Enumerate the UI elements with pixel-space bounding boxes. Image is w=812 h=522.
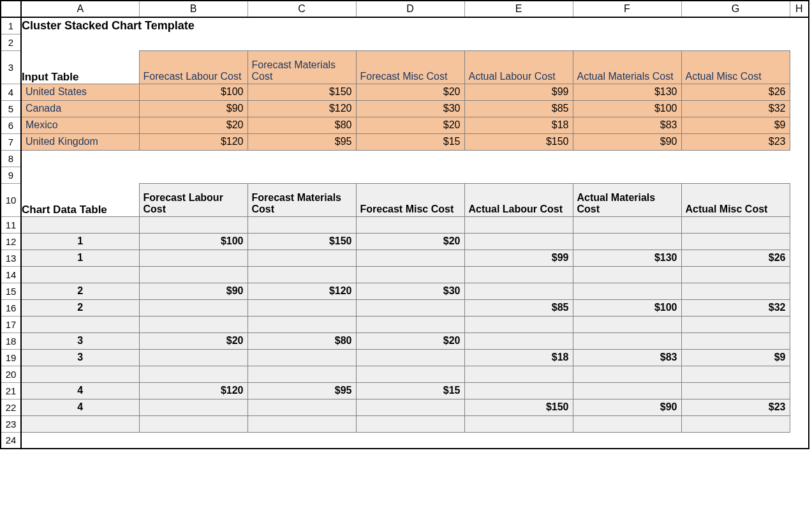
chart-value[interactable] [356, 216, 464, 233]
chart-value[interactable] [573, 283, 681, 299]
chart-value[interactable] [247, 216, 356, 233]
input-value[interactable]: $18 [464, 117, 573, 133]
chart-value[interactable]: $83 [573, 349, 681, 366]
input-value[interactable]: $130 [573, 84, 681, 100]
chart-value[interactable] [464, 266, 573, 283]
col-header-G[interactable]: G [681, 1, 790, 17]
chart-value[interactable] [681, 266, 790, 283]
row-header-2[interactable]: 2 [1, 34, 21, 50]
chart-value[interactable] [247, 299, 356, 316]
chart-value[interactable]: $85 [464, 299, 573, 316]
chart-value[interactable] [573, 266, 681, 283]
input-value[interactable]: $30 [356, 100, 464, 117]
chart-value[interactable]: $120 [139, 382, 247, 399]
chart-value[interactable]: $150 [247, 233, 356, 250]
cell[interactable] [790, 382, 809, 399]
chart-header[interactable]: Actual Misc Cost [681, 183, 790, 216]
chart-value[interactable]: $99 [464, 250, 573, 266]
cell[interactable] [790, 399, 809, 415]
chart-value[interactable]: $20 [356, 233, 464, 250]
spreadsheet[interactable]: A B C D E F G H 1 Cluster Stacked Chart … [0, 0, 809, 449]
cell[interactable] [790, 332, 809, 349]
chart-value[interactable] [247, 250, 356, 266]
input-row-label[interactable]: Mexico [21, 117, 139, 133]
chart-row-a[interactable] [21, 316, 139, 332]
chart-value[interactable]: $18 [464, 349, 573, 366]
col-header-H[interactable]: H [790, 1, 809, 17]
chart-value[interactable] [247, 415, 356, 432]
chart-header[interactable]: Forecast Labour Cost [139, 183, 247, 216]
chart-value[interactable] [247, 349, 356, 366]
input-header[interactable]: Forecast Materials Cost [247, 50, 356, 84]
chart-header[interactable]: Forecast Materials Cost [247, 183, 356, 216]
chart-value[interactable]: $80 [247, 332, 356, 349]
row-header-21[interactable]: 21 [1, 382, 21, 399]
cell[interactable] [790, 316, 809, 332]
chart-value[interactable] [681, 366, 790, 382]
cell[interactable] [790, 283, 809, 299]
input-value[interactable]: $90 [139, 100, 247, 117]
cell[interactable] [21, 150, 809, 167]
chart-value[interactable] [356, 250, 464, 266]
input-value[interactable]: $20 [139, 117, 247, 133]
cell[interactable] [790, 233, 809, 250]
input-value[interactable]: $150 [247, 84, 356, 100]
chart-row-a[interactable]: 3 [21, 332, 139, 349]
input-value[interactable]: $9 [681, 117, 790, 133]
chart-value[interactable] [139, 316, 247, 332]
chart-header[interactable]: Actual Labour Cost [464, 183, 573, 216]
input-value[interactable]: $150 [464, 133, 573, 150]
col-header-A[interactable]: A [21, 1, 139, 17]
input-value[interactable]: $26 [681, 84, 790, 100]
row-header-5[interactable]: 5 [1, 100, 21, 117]
chart-value[interactable]: $90 [573, 399, 681, 415]
chart-value[interactable] [464, 415, 573, 432]
row-header-22[interactable]: 22 [1, 399, 21, 415]
chart-value[interactable]: $90 [139, 283, 247, 299]
chart-value[interactable] [247, 399, 356, 415]
chart-value[interactable] [247, 316, 356, 332]
cell[interactable] [790, 100, 809, 117]
chart-row-a[interactable]: 3 [21, 349, 139, 366]
chart-row-a[interactable]: 1 [21, 250, 139, 266]
chart-value[interactable] [681, 332, 790, 349]
cell[interactable] [21, 167, 809, 183]
row-header-16[interactable]: 16 [1, 299, 21, 316]
chart-value[interactable] [681, 415, 790, 432]
input-header[interactable]: Forecast Labour Cost [139, 50, 247, 84]
row-header-1[interactable]: 1 [1, 17, 21, 34]
chart-value[interactable] [247, 366, 356, 382]
row-header-18[interactable]: 18 [1, 332, 21, 349]
input-value[interactable]: $32 [681, 100, 790, 117]
cell[interactable] [21, 432, 809, 449]
chart-value[interactable] [247, 266, 356, 283]
row-header-4[interactable]: 4 [1, 84, 21, 100]
input-value[interactable]: $15 [356, 133, 464, 150]
row-header-11[interactable]: 11 [1, 216, 21, 233]
chart-value[interactable] [139, 216, 247, 233]
corner-cell[interactable] [1, 1, 21, 17]
chart-value[interactable] [464, 332, 573, 349]
chart-value[interactable]: $30 [356, 283, 464, 299]
row-header-20[interactable]: 20 [1, 366, 21, 382]
row-header-8[interactable]: 8 [1, 150, 21, 167]
input-header[interactable]: Actual Labour Cost [464, 50, 573, 84]
chart-value[interactable] [464, 366, 573, 382]
chart-value[interactable]: $130 [573, 250, 681, 266]
cell[interactable] [790, 250, 809, 266]
chart-value[interactable]: $15 [356, 382, 464, 399]
row-header-17[interactable]: 17 [1, 316, 21, 332]
chart-value[interactable] [681, 233, 790, 250]
chart-value[interactable] [464, 283, 573, 299]
chart-value[interactable] [139, 399, 247, 415]
chart-value[interactable]: $20 [356, 332, 464, 349]
chart-value[interactable]: $150 [464, 399, 573, 415]
chart-row-a[interactable]: 1 [21, 233, 139, 250]
col-header-D[interactable]: D [356, 1, 464, 17]
cell[interactable] [21, 34, 809, 50]
input-value[interactable]: $85 [464, 100, 573, 117]
input-header[interactable]: Forecast Misc Cost [356, 50, 464, 84]
chart-value[interactable] [464, 382, 573, 399]
cell[interactable] [790, 299, 809, 316]
chart-value[interactable] [464, 216, 573, 233]
